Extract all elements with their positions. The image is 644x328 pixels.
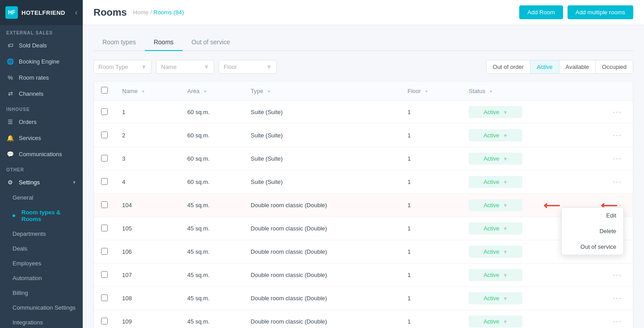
room-status-cell: Active ▼: [462, 264, 579, 287]
section-label-inhouse: INHOUSE: [0, 102, 83, 114]
sidebar-item-communication-settings[interactable]: Communication Settings: [0, 300, 83, 315]
row-checkbox-cell: [94, 147, 115, 170]
col-header-type[interactable]: Type ▼: [244, 81, 401, 101]
status-dropdown[interactable]: Active ▼: [469, 269, 522, 281]
sidebar-item-services[interactable]: 🔔 Services: [0, 130, 83, 146]
row-checkbox[interactable]: [101, 271, 108, 278]
status-dropdown[interactable]: Active ▼: [469, 176, 522, 188]
select-all-header[interactable]: [94, 81, 115, 101]
row-menu-button[interactable]: ···: [609, 106, 626, 118]
row-actions-cell: ···: [579, 147, 633, 170]
topbar-actions: Add Room Add multiple rooms: [519, 5, 633, 19]
tab-room-types[interactable]: Room types: [93, 34, 145, 51]
col-header-floor[interactable]: Floor ▼: [400, 81, 462, 101]
menu-delete[interactable]: Delete: [562, 223, 623, 239]
sidebar-item-label: General: [13, 194, 33, 201]
row-menu-button[interactable]: ···: [609, 152, 626, 165]
chevron-down-icon: ▼: [503, 133, 508, 138]
sidebar-item-orders[interactable]: ☰ Orders: [0, 114, 83, 130]
name-filter[interactable]: Name ▼: [156, 60, 214, 74]
row-checkbox[interactable]: [101, 225, 108, 231]
select-all-checkbox[interactable]: [101, 87, 108, 94]
row-menu-button[interactable]: ···: [609, 175, 626, 188]
sidebar-item-room-rates[interactable]: % Room rates: [0, 69, 83, 85]
status-dropdown[interactable]: Active ▼: [469, 222, 522, 234]
row-actions-cell: ···: [579, 170, 633, 194]
sidebar-item-employees[interactable]: Employees: [0, 256, 83, 271]
row-checkbox[interactable]: [101, 108, 108, 115]
add-multiple-rooms-button[interactable]: Add multiple rooms: [568, 5, 633, 19]
row-menu-button[interactable]: ···: [609, 268, 626, 281]
col-header-area[interactable]: Area ▼: [180, 81, 244, 101]
status-dropdown[interactable]: Active ▼: [469, 246, 522, 258]
sidebar-item-automation[interactable]: Automation: [0, 271, 83, 285]
row-actions-cell: ⟵ ⟵ ··· Edit Delete Out of service: [579, 194, 633, 217]
row-checkbox[interactable]: [101, 318, 108, 324]
sidebar-item-booking-engine[interactable]: 🌐 Booking Engine: [0, 53, 83, 69]
table-row: 3 60 sq.m. Suite (Suite) 1 Active ▼ ···: [94, 147, 633, 170]
room-type-filter[interactable]: Room Type ▼: [93, 60, 152, 74]
menu-edit[interactable]: Edit: [562, 208, 623, 223]
row-menu-button[interactable]: ···: [609, 129, 626, 141]
sidebar-item-room-types-rooms[interactable]: Room types & Rooms: [0, 205, 83, 226]
room-floor: 1: [400, 170, 462, 194]
row-checkbox[interactable]: [101, 294, 108, 301]
status-dropdown[interactable]: Active ▼: [469, 315, 522, 328]
col-header-name[interactable]: Name ▼: [115, 81, 180, 101]
tab-out-of-service[interactable]: Out of service: [182, 34, 239, 51]
status-dropdown[interactable]: Active ▼: [469, 106, 522, 118]
room-area: 60 sq.m.: [180, 170, 244, 194]
sidebar-item-label: Sold Deals: [19, 42, 47, 49]
sidebar-item-integrations[interactable]: Integrations: [0, 315, 83, 328]
row-actions-cell: ···: [579, 287, 633, 310]
status-dropdown[interactable]: Active ▼: [469, 129, 522, 141]
room-name: 3: [115, 147, 180, 170]
sidebar-collapse-btn[interactable]: ‹: [75, 9, 77, 17]
room-name: 104: [115, 194, 180, 217]
row-menu-button[interactable]: ···: [609, 292, 626, 304]
room-name: 108: [115, 287, 180, 310]
chevron-down-icon: ▼: [503, 179, 508, 185]
sidebar-item-deals[interactable]: Deals: [0, 241, 83, 256]
sidebar-item-departments[interactable]: Departments: [0, 226, 83, 241]
sidebar-item-channels[interactable]: ⇄ Channels: [0, 85, 83, 102]
status-dropdown[interactable]: Active ▼: [469, 199, 522, 211]
row-checkbox[interactable]: [101, 132, 108, 138]
tab-rooms[interactable]: Rooms: [145, 34, 182, 51]
status-dropdown[interactable]: Active ▼: [469, 153, 522, 165]
page-title: Rooms: [93, 7, 127, 18]
section-label-other: OTHER: [0, 162, 83, 174]
row-checkbox[interactable]: [101, 248, 108, 255]
room-type: Double room classic (Double): [244, 264, 401, 287]
room-name: 107: [115, 264, 180, 287]
row-checkbox[interactable]: [101, 155, 108, 162]
sidebar-item-communications[interactable]: 💬 Communications: [0, 146, 83, 162]
breadcrumb-home[interactable]: Home: [133, 9, 149, 16]
room-type: Suite (Suite): [244, 124, 401, 147]
filter-out-of-order[interactable]: Out of order: [487, 60, 530, 73]
row-actions-cell: ···: [579, 124, 633, 147]
room-type: Double room classic (Double): [244, 287, 401, 310]
row-menu-button[interactable]: ···: [609, 315, 626, 328]
sort-arrow-type: ▼: [267, 89, 271, 94]
row-checkbox[interactable]: [101, 178, 108, 185]
sidebar-item-general[interactable]: General: [0, 190, 83, 205]
row-checkbox-cell: [94, 287, 115, 310]
sidebar-item-sold-deals[interactable]: 🏷 Sold Deals: [0, 37, 83, 53]
filter-occupied[interactable]: Occupied: [596, 60, 633, 73]
room-area: 60 sq.m.: [180, 101, 244, 124]
status-dropdown[interactable]: Active ▼: [469, 292, 522, 304]
floor-filter[interactable]: Floor ▼: [219, 60, 277, 74]
menu-out-of-service[interactable]: Out of service: [562, 239, 623, 255]
breadcrumb-current: Rooms (84): [153, 9, 184, 16]
sidebar-item-label: Services: [19, 135, 41, 141]
filter-available[interactable]: Available: [559, 60, 596, 73]
room-floor: 1: [400, 147, 462, 170]
col-header-status[interactable]: Status ▼: [462, 81, 579, 101]
context-menu: Edit Delete Out of service: [561, 207, 624, 255]
sidebar-item-billing[interactable]: Billing: [0, 285, 83, 300]
row-checkbox[interactable]: [101, 201, 108, 208]
sidebar-item-settings[interactable]: ⚙ Settings ▼: [0, 174, 83, 190]
filter-active[interactable]: Active: [530, 60, 559, 73]
add-room-button[interactable]: Add Room: [519, 5, 563, 19]
